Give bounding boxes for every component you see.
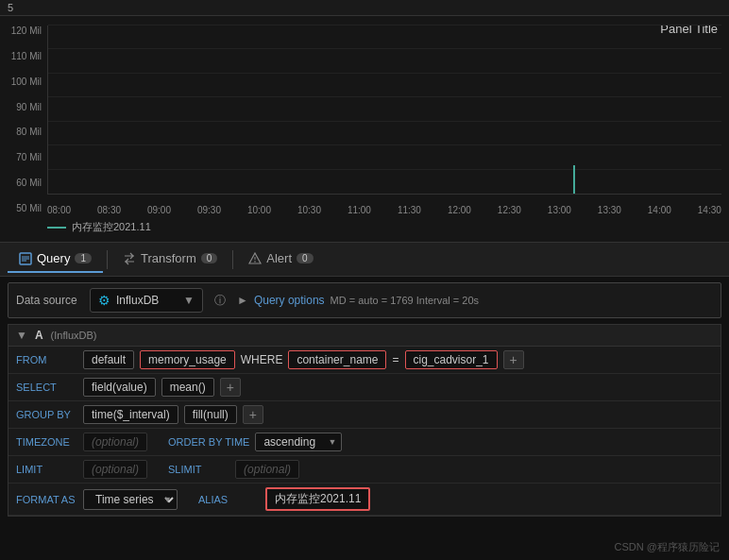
from-measurement[interactable]: memory_usage — [140, 350, 235, 369]
svg-point-5 — [254, 261, 256, 263]
select-func[interactable]: mean() — [161, 378, 214, 397]
tab-transform[interactable]: Transform 0 — [111, 246, 229, 273]
tab-alert-badge: 0 — [297, 253, 314, 263]
y-axis-label-3: 80 Mil — [16, 127, 42, 137]
select-row: SELECT field(value) mean() + — [8, 374, 721, 401]
legend-label: 内存监控2021.11 — [72, 220, 151, 234]
slimit-label: SLIMIT — [168, 464, 229, 475]
influxdb-icon: ⚙ — [98, 293, 110, 308]
tab-query-badge: 1 — [75, 253, 92, 263]
timezone-row: TIMEZONE (optional) ORDER BY TIME ascend… — [8, 429, 721, 456]
transform-icon — [123, 252, 136, 265]
top-bar-label: 5 — [8, 2, 13, 13]
alert-icon — [248, 252, 262, 265]
from-default[interactable]: default — [83, 350, 134, 369]
datasource-row: Data source ⚙ InfluxDB ▼ ⓘ ► Query optio… — [8, 282, 721, 318]
query-icon — [19, 252, 32, 265]
tab-transform-label: Transform — [141, 251, 196, 265]
format-row: FORMAT AS Time series Table ALIAS 内存监控20… — [8, 484, 721, 516]
format-wrapper: Time series Table — [83, 489, 178, 510]
format-select[interactable]: Time series Table — [83, 489, 178, 510]
chevron-down-icon: ▼ — [183, 294, 195, 307]
x-axis: 08:00 08:30 09:00 09:30 10:00 10:30 11:0… — [47, 205, 721, 215]
y-axis-label-0: 50 Mil — [16, 203, 42, 213]
alias-field[interactable]: 内存监控2021.11 — [265, 487, 370, 511]
alias-label: ALIAS — [198, 494, 260, 505]
where-key[interactable]: container_name — [288, 350, 386, 369]
query-options-row: ► Query options MD = auto = 1769 Interva… — [237, 294, 479, 307]
query-builder: ▼ A (InfluxDB) FROM default memory_usage… — [8, 324, 721, 517]
panel-area: Panel Title 50 Mil 60 Mil 70 Mil 80 Mil … — [0, 16, 729, 243]
legend-line — [47, 227, 66, 229]
tab-separator-1 — [107, 250, 108, 269]
slimit-field[interactable]: (optional) — [235, 460, 299, 479]
select-label: SELECT — [16, 382, 77, 393]
orderby-label: ORDER BY TIME — [168, 436, 249, 448]
groupby-time[interactable]: time($_interval) — [83, 405, 178, 424]
datasource-label: Data source — [16, 294, 82, 307]
select-add-btn[interactable]: + — [220, 378, 241, 397]
spike-line — [573, 165, 575, 194]
info-icon[interactable]: ⓘ — [211, 291, 229, 311]
from-label: FROM — [16, 354, 77, 365]
groupby-label: GROUP BY — [16, 409, 77, 420]
groupby-fill[interactable]: fill(null) — [184, 405, 237, 424]
tab-query[interactable]: Query 1 — [8, 246, 103, 273]
where-value[interactable]: cig_cadvisor_1 — [405, 350, 498, 369]
legend: 内存监控2021.11 — [47, 220, 151, 234]
tab-alert[interactable]: Alert 0 — [237, 246, 324, 273]
y-axis-label-6: 110 Mil — [11, 51, 42, 61]
limit-row: LIMIT (optional) SLIMIT (optional) — [8, 456, 721, 484]
format-label: FORMAT AS — [16, 494, 77, 505]
query-source: (InfluxDB) — [51, 330, 97, 341]
y-axis-label-4: 90 Mil — [16, 102, 42, 112]
datasource-select[interactable]: ⚙ InfluxDB ▼ — [90, 288, 203, 313]
orderby-wrapper: ascending descending — [255, 433, 342, 451]
y-axis-label-7: 120 Mil — [11, 25, 42, 36]
y-axis-label-2: 70 Mil — [16, 152, 42, 162]
tab-transform-badge: 0 — [201, 253, 218, 263]
tab-query-label: Query — [37, 251, 70, 265]
timezone-label: TIMEZONE — [16, 436, 77, 448]
watermark: CSDN @程序猿历险记 — [615, 540, 720, 554]
tabs-bar: Query 1 Transform 0 Alert 0 — [0, 243, 729, 277]
limit-label: LIMIT — [16, 464, 77, 475]
chart-inner — [47, 25, 721, 195]
y-axis: 50 Mil 60 Mil 70 Mil 80 Mil 90 Mil 100 M… — [0, 25, 45, 213]
groupby-add-btn[interactable]: + — [243, 405, 263, 424]
from-row: FROM default memory_usage WHERE containe… — [8, 347, 721, 374]
select-field[interactable]: field(value) — [83, 378, 156, 397]
grid-lines — [48, 25, 721, 194]
query-toggle[interactable]: ▼ — [16, 329, 27, 342]
y-axis-label-1: 60 Mil — [16, 178, 42, 188]
y-axis-label-5: 100 Mil — [11, 76, 42, 87]
limit-field[interactable]: (optional) — [83, 460, 147, 479]
query-id: A — [35, 329, 43, 342]
tab-separator-2 — [232, 250, 233, 269]
tab-alert-label: Alert — [266, 251, 292, 265]
where-label: WHERE — [241, 353, 283, 366]
where-operator: = — [392, 353, 398, 366]
query-header: ▼ A (InfluxDB) — [8, 325, 721, 347]
query-options-link[interactable]: Query options — [254, 294, 325, 307]
timezone-field[interactable]: (optional) — [83, 433, 147, 451]
groupby-row: GROUP BY time($_interval) fill(null) + — [8, 401, 721, 429]
orderby-select[interactable]: ascending descending — [255, 433, 342, 451]
query-options-arrow: ► — [237, 294, 248, 307]
where-add-btn[interactable]: + — [503, 350, 524, 369]
datasource-value: InfluxDB — [116, 294, 159, 307]
query-options-meta: MD = auto = 1769 Interval = 20s — [331, 295, 479, 306]
top-bar: 5 — [0, 0, 729, 16]
